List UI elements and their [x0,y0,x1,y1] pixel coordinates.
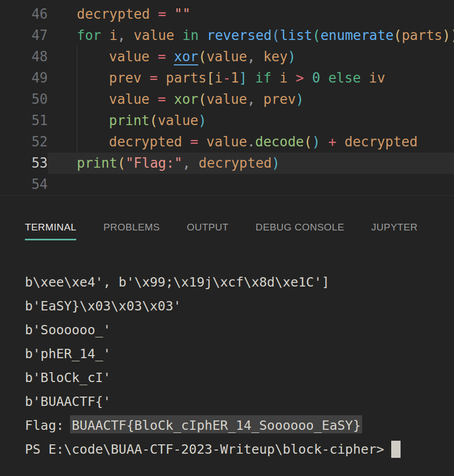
code-token: [ [207,70,215,86]
code-token: ( [272,28,280,43]
code-token [199,28,207,43]
code-line-52[interactable]: 52decrypted = value.decode() + decrypted [0,131,454,153]
code-token: + [320,134,345,149]
code-token: , [183,155,199,171]
code-token: value [109,49,149,64]
code-token: ) [198,113,207,128]
code-content: decrypted = value.decode() + decrypted [48,131,454,153]
terminal-line: b'BUAACTF{' [25,390,454,414]
code-token: ( [149,113,158,128]
code-token: ( [117,155,126,171]
terminal-text: PS E:\code\BUAA-CTF-2023-Writeup\block-c… [25,442,384,457]
terminal-text: b'BloCk_cI' [25,370,111,385]
code-token: 0 [312,70,320,86]
bottom-panel: TERMINALPROBLEMSOUTPUTDEBUG CONSOLEJUPYT… [0,195,454,461]
code-content: for i, value in reversed(list(enumerate(… [48,25,454,46]
terminal-cursor [391,441,401,458]
code-token: = [149,91,174,107]
terminal-text: b'Soooooo_' [25,322,111,337]
line-number: 46 [0,4,48,25]
code-token: else [328,70,361,86]
code-token: i [280,70,288,86]
editor-lines: 46decrypted = ""47for i, value in revers… [0,4,454,195]
code-content: print(value) [48,110,454,131]
code-token: value [134,28,174,43]
terminal-line: b\xee\xe4', b'\x99;\x19j\xcf\x8d\xe1C'] [25,270,454,294]
code-token: prev [109,70,142,86]
tab-debug-console[interactable]: DEBUG CONSOLE [256,222,345,240]
code-token [101,28,109,43]
code-content: value = xor(value, key) [48,46,454,67]
terminal-text: b'BUAACTF{' [25,394,111,409]
line-number: 49 [0,67,48,89]
tab-output[interactable]: OUTPUT [187,222,229,240]
terminal-text: b\xee\xe4', b'\x99;\x19j\xcf\x8d\xe1C'] [25,275,329,290]
code-content [48,174,454,195]
code-token: i [109,28,118,43]
tab-problems[interactable]: PROBLEMS [103,222,160,240]
code-token: = [149,49,174,64]
code-token: ) [272,155,280,171]
code-token: decrypted [345,134,418,149]
code-token: , [117,28,133,43]
tab-jupyter[interactable]: JUPYTER [372,222,418,240]
indent-guide [77,110,109,131]
code-token: , [247,91,263,107]
terminal-line: PS E:\code\BUAA-CTF-2023-Writeup\block-c… [25,438,454,461]
code-token: ) [312,134,320,149]
code-content: prev = parts[i-1] if i > 0 else iv [48,67,454,89]
code-line-53[interactable]: 53print("Flag:", decrypted) [0,153,454,174]
code-line-50[interactable]: 50value = xor(value, prev) [0,89,454,110]
code-token: print [77,155,117,171]
code-token [174,28,183,43]
code-token: reversed [207,28,272,43]
code-token: - [223,70,231,86]
terminal-text: b'phER_14_' [25,346,111,361]
code-token: ) [450,28,454,43]
code-token [271,70,280,86]
terminal-line: b'EaSY}\x03\x03\x03' [25,294,454,318]
code-line-51[interactable]: 51print(value) [0,110,454,131]
code-content: decrypted = "" [48,4,454,25]
line-number: 47 [0,25,48,46]
panel-tabs: TERMINALPROBLEMSOUTPUTDEBUG CONSOLEJUPYT… [0,196,454,240]
code-token: ) [287,49,296,64]
code-editor[interactable]: 46decrypted = ""47for i, value in revers… [0,0,454,195]
line-number: 52 [0,131,48,153]
code-token: parts [402,28,442,43]
code-token [361,70,369,86]
code-token: if [255,70,271,86]
code-token: value [207,91,247,107]
terminal-text: b'EaSY}\x03\x03\x03' [25,298,181,314]
indent-guide [77,46,109,67]
line-number: 51 [0,110,48,131]
code-token: for [77,28,101,43]
code-line-49[interactable]: 49prev = parts[i-1] if i > 0 else iv [0,67,454,89]
code-token: ( [304,134,312,149]
code-token [247,70,255,86]
terminal-line: b'BloCk_cI' [25,366,454,390]
code-token: enumerate [321,28,394,43]
tab-terminal[interactable]: TERMINAL [25,222,76,240]
line-number: 54 [0,174,48,195]
code-token: ( [198,49,207,64]
code-token: ( [198,91,207,107]
code-token: in [183,28,199,43]
code-line-48[interactable]: 48value = xor(value, key) [0,46,454,67]
code-token: . [247,134,255,149]
terminal-text: Flag: [25,418,72,433]
code-token: decrypted [199,155,272,171]
code-token: ( [394,28,402,43]
code-content: print("Flag:", decrypted) [48,153,454,174]
code-token [287,70,296,86]
terminal-line: b'Soooooo_' [25,318,454,342]
code-line-47[interactable]: 47for i, value in reversed(list(enumerat… [0,25,454,46]
code-token: = [150,6,174,22]
code-token: prev [263,91,296,107]
code-token: ) [296,91,304,107]
code-line-46[interactable]: 46decrypted = "" [0,4,454,25]
code-token: xor [174,91,198,107]
terminal-output[interactable]: b\xee\xe4', b'\x99;\x19j\xcf\x8d\xe1C']b… [0,270,454,461]
code-token: list [280,28,312,43]
code-line-54[interactable]: 54 [0,174,454,195]
